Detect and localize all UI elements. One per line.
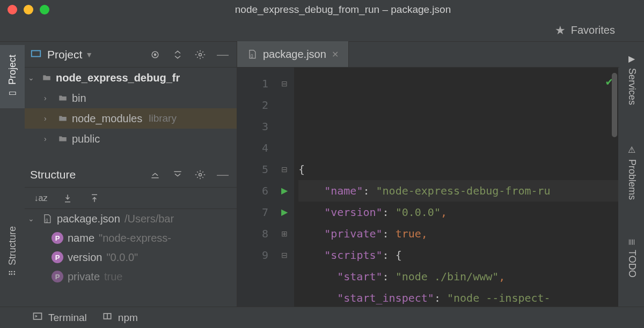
svg-point-4 [199, 173, 202, 176]
structure-item-key: name [68, 232, 94, 244]
svg-point-2 [154, 54, 156, 55]
close-icon[interactable]: ✕ [332, 49, 339, 59]
structure-item[interactable]: P version "0.0.0" [25, 248, 237, 267]
tree-root[interactable]: ⌄ node_express_debug_fr [25, 68, 237, 88]
property-icon: P [52, 232, 63, 244]
svg-rect-0 [32, 50, 41, 56]
tree-item-label: bin [72, 92, 86, 105]
structure-file-path: /Users/bar [125, 213, 174, 225]
tool-tab-label: Problems [626, 159, 638, 200]
gear-icon[interactable] [192, 46, 209, 63]
autoscroll-to-icon[interactable] [59, 190, 76, 207]
tree-root-label: node_express_debug_fr [56, 72, 180, 84]
terminal-label: Terminal [48, 312, 87, 324]
npm-label: npm [118, 312, 138, 324]
tool-tab-services[interactable]: ▶ Services [619, 45, 644, 114]
chevron-right-icon: › [44, 114, 54, 123]
expand-all-icon[interactable] [147, 166, 164, 183]
project-icon [30, 48, 42, 62]
project-panel-title[interactable]: Project▼ [47, 48, 93, 61]
structure-icon: ⠿ [8, 270, 18, 276]
collapse-all-icon[interactable] [169, 166, 186, 183]
right-tool-strip: ▶ Services ⚠ Problems ≣ TODO [619, 42, 644, 328]
expand-all-icon[interactable] [169, 46, 186, 63]
line-gutter: 123456789 [237, 68, 275, 328]
folder-icon [57, 114, 69, 123]
code-text[interactable]: ✔ { "name": "node-express-debug-from-ru … [294, 68, 619, 328]
tree-item[interactable]: › public [25, 129, 237, 149]
gear-icon[interactable] [192, 166, 209, 183]
structure-item-value: "0.0.0" [106, 251, 138, 264]
tree-item[interactable]: › node_modules library [25, 108, 237, 129]
tree-item-label: public [72, 133, 100, 145]
property-icon: P [52, 271, 63, 282]
bottom-bar: Terminal npm [0, 307, 644, 328]
folder-icon [57, 93, 69, 103]
titlebar: node_express_debug_from_run – package.js… [0, 0, 644, 19]
sort-alpha-icon[interactable]: ↓aᴢ [32, 190, 49, 207]
locate-icon[interactable] [147, 46, 164, 63]
folder-icon [57, 134, 69, 144]
structure-item[interactable]: P name "node-express- [25, 228, 237, 248]
tree-item[interactable]: › bin [25, 88, 237, 108]
tree-item-badge: library [149, 113, 177, 124]
npm-icon [102, 311, 113, 324]
structure-item-value: "node-express- [99, 232, 171, 244]
tool-tab-label: Project [7, 54, 18, 84]
structure-item-value: true [104, 271, 122, 283]
project-panel-title-text: Project [47, 48, 82, 61]
svg-point-3 [199, 53, 202, 56]
code-area[interactable]: 123456789 ⊟ ⊟▶▶⊞⊟ ✔ { "name": "node-expr… [237, 68, 619, 328]
warning-icon: ⚠ [627, 145, 637, 155]
terminal-icon [32, 311, 43, 324]
fold-column[interactable]: ⊟ ⊟▶▶⊞⊟ [275, 68, 294, 328]
close-window-button[interactable] [8, 5, 17, 14]
tool-tab-project[interactable]: ▭ Project [0, 45, 25, 108]
tool-tab-label: Services [626, 68, 638, 105]
project-panel-header: Project▼ — [25, 42, 237, 68]
side-panel: Project▼ — ⌄ node_express_debug_fr › bin [25, 42, 237, 328]
chevron-down-icon: ⌄ [28, 73, 38, 82]
npm-button[interactable]: npm [102, 311, 138, 324]
chevron-right-icon: › [44, 94, 54, 102]
svg-text:{}: {} [46, 218, 49, 222]
zoom-window-button[interactable] [40, 5, 49, 14]
tool-tab-label: Structure [7, 226, 18, 265]
structure-item[interactable]: P private true [25, 267, 237, 286]
structure-panel-title: Structure [30, 168, 76, 181]
star-icon: ★ [555, 24, 566, 38]
list-icon: ≣ [627, 238, 637, 245]
hide-panel-icon[interactable]: — [214, 46, 231, 63]
editor-tab-label: package.json [263, 48, 326, 61]
scrollbar-thumb[interactable] [612, 73, 617, 137]
autoscroll-from-icon[interactable] [86, 190, 103, 207]
folder-icon [41, 73, 53, 83]
favorites-button[interactable]: Favorites [571, 24, 615, 36]
project-tree[interactable]: ⌄ node_express_debug_fr › bin › node_mod… [25, 68, 237, 162]
editor-tab[interactable]: {} package.json ✕ [237, 41, 349, 67]
structure-root[interactable]: ⌄ {} package.json /Users/bar [25, 209, 237, 228]
json-file-icon: {} [247, 49, 258, 59]
structure-item-key: version [68, 251, 102, 264]
editor-tabbar: {} package.json ✕ [237, 42, 619, 68]
window-title: node_express_debug_from_run – package.js… [49, 4, 636, 16]
toolbar-row: ★ Favorites [0, 19, 644, 42]
structure-item-key: private [68, 271, 100, 283]
svg-rect-7 [34, 313, 42, 319]
chevron-right-icon: › [44, 135, 54, 143]
structure-toolbar: ↓aᴢ [25, 188, 237, 209]
tool-tab-structure[interactable]: ⠿ Structure [0, 213, 25, 288]
chevron-down-icon: ⌄ [28, 214, 38, 223]
property-icon: P [52, 251, 63, 263]
minimize-window-button[interactable] [24, 5, 33, 14]
json-file-icon: {} [42, 213, 53, 224]
tool-tab-problems[interactable]: ⚠ Problems [619, 133, 644, 212]
terminal-button[interactable]: Terminal [32, 311, 87, 324]
hide-panel-icon[interactable]: — [214, 166, 231, 183]
left-tool-strip: ▭ Project ⠿ Structure [0, 42, 25, 328]
folder-icon: ▭ [8, 89, 18, 99]
tool-tab-todo[interactable]: ≣ TODO [619, 228, 644, 287]
svg-text:{}: {} [251, 53, 254, 58]
tree-item-label: node_modules [72, 113, 142, 125]
tool-tab-label: TODO [626, 250, 638, 278]
